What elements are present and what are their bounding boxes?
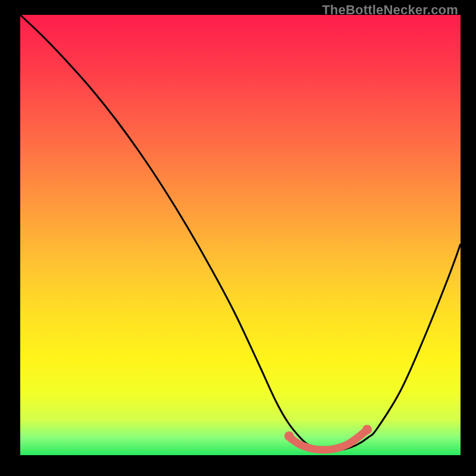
chart-svg	[20, 15, 461, 455]
bottleneck-curve	[20, 15, 461, 450]
chart-frame	[20, 15, 461, 455]
watermark-text: TheBottleNecker.com	[322, 2, 458, 18]
certainty-dot	[284, 431, 294, 441]
certainty-dot	[362, 425, 372, 434]
